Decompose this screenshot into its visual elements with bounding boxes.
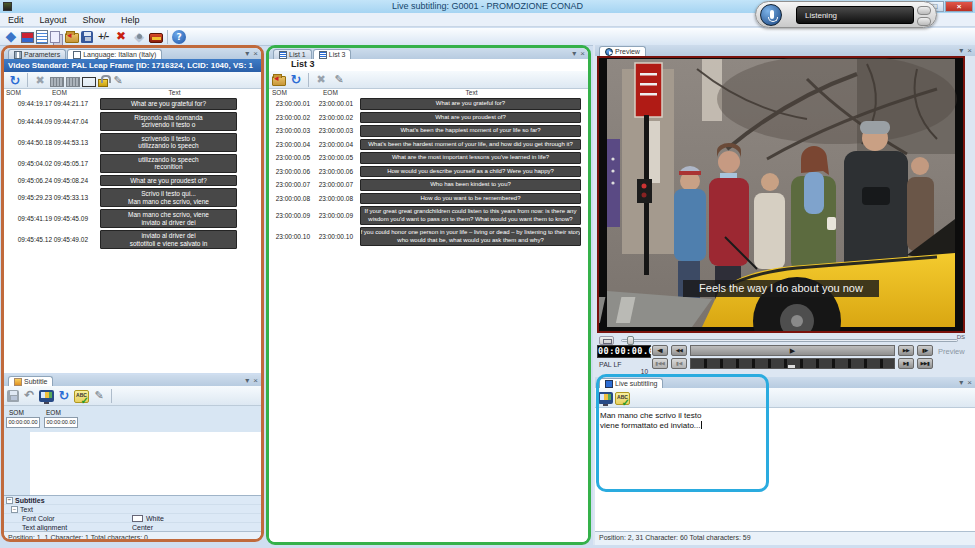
spellcheck-icon[interactable]: ABC <box>74 390 89 403</box>
tab-language[interactable]: Language: Italian (Italy) <box>67 49 162 59</box>
table-row[interactable]: 09:45:45.12 09:45:49.02 inviato al drive… <box>4 229 261 250</box>
table-row[interactable]: 09:44:19.17 09:44:21.17 What are you gra… <box>4 97 261 111</box>
panel-dropdown-icon[interactable]: ▾ <box>245 49 249 58</box>
table-row[interactable]: 09:45:29.23 09:45:33.13 Scrivo il testo … <box>4 187 261 208</box>
rewind-button[interactable]: ◀◀ <box>671 345 687 356</box>
new-icon[interactable]: ◆ <box>3 29 19 44</box>
previous-frame-button[interactable]: ▮◀ <box>671 358 687 369</box>
panel-close-icon[interactable]: × <box>253 376 258 385</box>
next-frame-button[interactable]: ▶▮ <box>898 358 914 369</box>
help-icon[interactable]: ? <box>172 30 186 44</box>
table-row[interactable]: 23:00:00.02 23:00:00.02 What are you pro… <box>269 111 588 125</box>
refresh-icon[interactable]: ↻ <box>288 72 304 87</box>
save-icon[interactable] <box>81 31 93 43</box>
tab-subtitle[interactable]: Subtitle <box>8 376 53 386</box>
close-button[interactable]: × <box>945 1 973 12</box>
panel-close-icon[interactable]: × <box>967 378 972 387</box>
send-to-air-icon[interactable] <box>598 392 613 404</box>
refresh-icon[interactable]: ↻ <box>56 388 72 403</box>
property-value[interactable]: White <box>132 515 164 522</box>
to-end-button[interactable]: ▶▶▮ <box>917 358 933 369</box>
microphone-icon[interactable] <box>760 4 782 26</box>
table-row[interactable]: 09:45:06.24 09:45:08.24 What are you pro… <box>4 174 261 188</box>
menu-item[interactable]: Help <box>113 15 148 25</box>
add-remove-icon[interactable]: +/– <box>95 29 111 44</box>
eom-column-header[interactable]: EOM <box>312 89 355 97</box>
text-column-header[interactable]: Text <box>88 89 261 97</box>
save-subtitle-icon[interactable] <box>7 390 19 402</box>
som-field[interactable]: 00:00:00.00 <box>6 417 40 428</box>
play-button[interactable]: ▶ <box>690 345 895 356</box>
som-column-header[interactable]: SOM <box>269 89 312 97</box>
subtitle-edit-area[interactable] <box>4 432 261 495</box>
panel-close-icon[interactable]: × <box>580 49 585 58</box>
menu-item[interactable]: Edit <box>0 15 32 25</box>
copy-icon[interactable] <box>50 31 60 43</box>
menu-item[interactable]: Show <box>75 15 114 25</box>
open-list-icon[interactable] <box>36 30 48 44</box>
import-icon[interactable] <box>65 33 79 43</box>
seek-slider-thumb[interactable] <box>627 336 634 345</box>
jog-shuttle[interactable] <box>690 358 895 369</box>
property-value[interactable]: Center <box>132 524 153 531</box>
languages-icon[interactable] <box>21 32 34 43</box>
speech-menu-button[interactable] <box>917 17 931 26</box>
eom-field[interactable]: 00:00:00.00 <box>44 417 78 428</box>
table-row[interactable]: 23:00:00.04 23:00:00.04 What's been the … <box>269 138 588 152</box>
edit-icon[interactable]: ✎ <box>110 73 126 88</box>
spellcheck-icon[interactable]: ABC <box>615 392 630 405</box>
panel-dropdown-icon[interactable]: ▾ <box>959 46 963 55</box>
seek-slider-track[interactable] <box>621 339 958 342</box>
edit-icon[interactable]: ✎ <box>91 388 107 403</box>
fast-forward-button[interactable]: ▶▶ <box>898 345 914 356</box>
som-column-header[interactable]: SOM <box>4 89 52 97</box>
collapse-icon[interactable]: − <box>11 506 18 513</box>
film-list2-icon[interactable] <box>66 77 80 87</box>
lock-icon[interactable] <box>98 79 108 87</box>
clear-icon[interactable]: ✖ <box>313 72 329 87</box>
table-row[interactable]: 23:00:00.03 23:00:00.03 What's been the … <box>269 124 588 138</box>
clear-icon[interactable]: ✖ <box>32 73 48 88</box>
panel-close-icon[interactable]: × <box>967 46 972 55</box>
collapse-icon[interactable]: − <box>6 497 13 504</box>
table-row[interactable]: 09:45:41.19 09:45:45.09 Man mano che scr… <box>4 208 261 229</box>
delete-icon[interactable]: ✖ <box>113 29 129 44</box>
panel-dropdown-icon[interactable]: ▾ <box>572 49 576 58</box>
text-column-header[interactable]: Text <box>355 89 588 97</box>
table-row[interactable]: 23:00:00.10 23:00:00.10 If you could hon… <box>269 226 588 247</box>
tab-live-subtitling[interactable]: Live subtitling <box>599 378 663 388</box>
table-row[interactable]: 23:00:00.05 23:00:00.05 What are the mos… <box>269 151 588 165</box>
edit-icon[interactable]: ✎ <box>331 72 347 87</box>
panel-close-icon[interactable]: × <box>253 49 258 58</box>
tab-parameters[interactable]: Parameters <box>8 49 66 59</box>
send-to-air-icon[interactable] <box>39 390 54 402</box>
table-row[interactable]: 23:00:00.06 23:00:00.06 How would you de… <box>269 165 588 179</box>
live-text-area[interactable]: Man mano che scrivo il testo viene forma… <box>595 408 975 531</box>
panel-dropdown-icon[interactable]: ▾ <box>245 376 249 385</box>
table-row[interactable]: 09:44:44.09 09:44:47.04 Rispondo alla do… <box>4 111 261 132</box>
open-icon[interactable] <box>272 76 286 86</box>
menu-item[interactable]: Layout <box>32 15 75 25</box>
film-color-icon[interactable] <box>82 77 96 87</box>
tab-list3[interactable]: List 3 <box>313 49 352 59</box>
speech-options-button[interactable] <box>917 6 931 15</box>
table-row[interactable]: 23:00:00.09 23:00:00.09 If your great gr… <box>269 205 588 226</box>
to-start-button[interactable]: ▮◀◀ <box>652 358 668 369</box>
eom-column-header[interactable]: EOM <box>52 89 88 97</box>
refresh-icon[interactable]: ↻ <box>7 73 23 88</box>
table-row[interactable]: 23:00:00.01 23:00:00.01 What are you gra… <box>269 97 588 111</box>
table-row[interactable]: 09:45:04.02 09:45:05.17 utilizzando lo s… <box>4 153 261 174</box>
encoder-icon[interactable] <box>149 33 163 43</box>
tab-list1[interactable]: List 1 <box>273 49 312 59</box>
tab-preview[interactable]: Preview <box>599 46 646 56</box>
film-list-icon[interactable] <box>50 77 64 87</box>
undo-icon[interactable]: ↶ <box>21 388 37 403</box>
table-row[interactable]: 09:44:50.18 09:44:53.13 scrivendo il tes… <box>4 132 261 153</box>
table-row[interactable]: 23:00:00.08 23:00:00.08 How do you want … <box>269 192 588 206</box>
step-forward-button[interactable]: ▮▶ <box>917 345 933 356</box>
marker-button[interactable] <box>599 336 614 345</box>
panel-dropdown-icon[interactable]: ▾ <box>959 378 963 387</box>
step-back-button[interactable]: ◀▮ <box>652 345 668 356</box>
settings-icon[interactable]: ◆ <box>131 29 147 44</box>
table-row[interactable]: 23:00:00.07 23:00:00.07 Who has been kin… <box>269 178 588 192</box>
